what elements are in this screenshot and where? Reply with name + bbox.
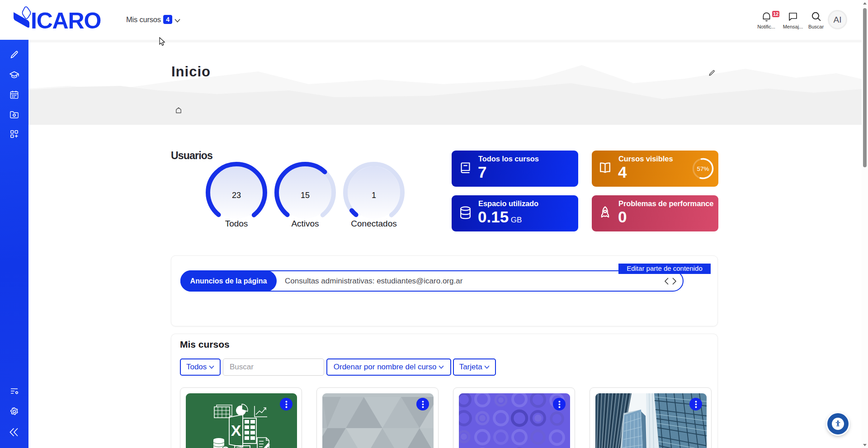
svg-text:ICARO: ICARO [31, 8, 101, 33]
svg-text:57%: 57% [697, 165, 709, 172]
svg-text:X: X [231, 422, 241, 439]
